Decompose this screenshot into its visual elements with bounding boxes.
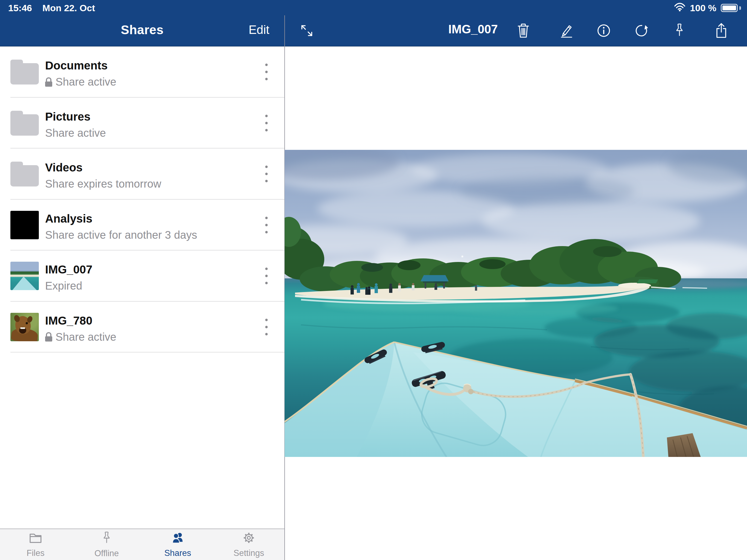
people-icon (171, 531, 185, 547)
row-menu-button[interactable] (262, 162, 271, 186)
row-text: Documents Share active (45, 47, 252, 88)
list-item-analysis[interactable]: Analysis Share active for another 3 days (0, 200, 284, 251)
list-item-img-780[interactable]: IMG_780 Share active (0, 302, 284, 353)
share-status: Share active (45, 127, 252, 139)
row-menu-button[interactable] (262, 213, 271, 236)
photo-view[interactable] (285, 150, 747, 457)
header-bar: 15:46 Mon 22. Oct 100 % Shares Edit (0, 0, 747, 47)
battery-nub (739, 6, 741, 10)
pin-icon[interactable] (671, 22, 687, 40)
row-text: IMG_007 Expired (45, 251, 252, 292)
row-menu-button[interactable] (262, 315, 271, 338)
tab-label: Files (27, 548, 44, 558)
photo-thumbnail (10, 313, 39, 341)
share-name: Documents (45, 59, 252, 72)
shares-list: Documents Share active Pictures Share ac… (0, 47, 284, 353)
file-thumbnail (10, 211, 39, 239)
share-name: Videos (45, 161, 252, 174)
row-menu-button[interactable] (262, 60, 271, 84)
tab-label: Offline (94, 549, 119, 558)
share-name: IMG_780 (45, 314, 252, 327)
app-window: 15:46 Mon 22. Oct 100 % Shares Edit (0, 0, 747, 560)
status-date: Mon 22. Oct (42, 3, 95, 14)
photo-thumbnail (10, 262, 39, 290)
list-item-img-007[interactable]: IMG_007 Expired (0, 251, 284, 302)
gear-icon (242, 531, 256, 547)
row-text: Videos Share expires tomorrow (45, 149, 252, 190)
share-status: Share active (45, 331, 252, 343)
list-item-pictures[interactable]: Pictures Share active (0, 98, 284, 149)
edit-button[interactable]: Edit (0, 23, 269, 36)
status-time: 15:46 (8, 3, 32, 14)
share-name: Analysis (45, 212, 252, 225)
list-item-videos[interactable]: Videos Share expires tomorrow (0, 149, 284, 200)
row-text: Analysis Share active for another 3 days (45, 200, 252, 241)
pencil-icon[interactable] (558, 22, 575, 40)
share-status: Share expires tomorrow (45, 178, 252, 190)
list-item-documents[interactable]: Documents Share active (0, 47, 284, 98)
status-bar-right: 100 % (674, 2, 741, 14)
row-text: Pictures Share active (45, 98, 252, 139)
row-text: IMG_780 Share active (45, 302, 252, 343)
share-name: IMG_007 (45, 263, 252, 276)
share-status: Expired (45, 280, 252, 292)
info-icon[interactable] (595, 22, 612, 40)
folder-icon (10, 111, 39, 136)
share-name: Pictures (45, 110, 252, 123)
tab-settings[interactable]: Settings (213, 529, 284, 560)
tab-label: Shares (164, 548, 191, 558)
folder-icon (10, 161, 39, 187)
trash-icon[interactable] (515, 22, 532, 40)
share-status: Share active for another 3 days (45, 229, 252, 241)
folder-icon (28, 531, 43, 547)
wifi-icon (674, 2, 686, 14)
row-menu-button[interactable] (262, 111, 271, 134)
battery-percent: 100 % (690, 3, 716, 14)
lock-icon (45, 77, 52, 87)
row-menu-button[interactable] (262, 264, 271, 288)
status-bar-left: 15:46 Mon 22. Oct (8, 3, 95, 14)
tab-offline[interactable]: Offline (71, 529, 142, 560)
battery-icon (721, 4, 738, 12)
share-status: Share active (45, 76, 252, 88)
pin-icon (100, 531, 113, 547)
tab-shares[interactable]: Shares (142, 529, 213, 560)
expand-icon[interactable] (299, 22, 315, 40)
photo-image (285, 150, 747, 457)
tab-label: Settings (233, 548, 264, 558)
share-icon[interactable] (713, 22, 729, 40)
rotate-icon[interactable] (633, 22, 649, 40)
tab-files[interactable]: Files (0, 529, 71, 560)
tab-bar: Files Offline (0, 529, 284, 560)
lock-icon (45, 332, 52, 342)
folder-icon (10, 59, 39, 85)
